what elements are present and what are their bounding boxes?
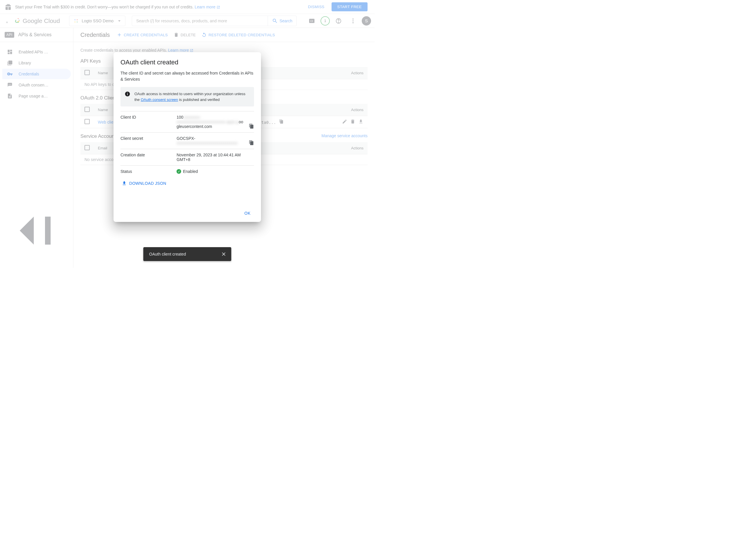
oauth-created-modal: OAuth client created The client ID and s… (114, 52, 261, 222)
close-icon[interactable] (221, 251, 226, 257)
ok-button[interactable]: OK (241, 209, 254, 218)
client-id-label: Client ID (120, 111, 177, 133)
modal-scrim: OAuth client created The client ID and s… (0, 0, 375, 268)
modal-subtitle: The client ID and secret can always be a… (120, 70, 254, 82)
client-id-value: 100xxxxxxxx-xxxxxxxxxxxxxxxxxxxxxxxx.app… (177, 111, 254, 133)
creation-date-label: Creation date (120, 149, 177, 166)
download-json-button[interactable]: DOWNLOAD JSON (120, 177, 168, 188)
info-icon (125, 91, 130, 97)
copy-icon[interactable] (249, 124, 254, 129)
status-value: Enabled (177, 169, 245, 174)
kv-row-client-id: Client ID 100xxxxxxxx-xxxxxxxxxxxxxxxxxx… (120, 111, 254, 133)
snackbar-text: OAuth client created (149, 252, 186, 257)
svg-rect-10 (127, 93, 128, 95)
svg-point-11 (127, 93, 128, 93)
check-icon (177, 169, 181, 174)
info-banner: OAuth access is restricted to users with… (120, 87, 254, 107)
creation-date-value: November 29, 2023 at 10:44:41 AM GMT+8 (177, 149, 254, 166)
modal-title: OAuth client created (120, 59, 254, 66)
snackbar: OAuth client created (143, 247, 231, 261)
status-label: Status (120, 166, 177, 178)
client-secret-label: Client secret (120, 133, 177, 149)
kv-row-status: Status Enabled (120, 166, 254, 178)
client-secret-value: GOCSPX-xxxxxxxxxxxxxxxxxxxxxxxxxxxxxx (177, 133, 254, 149)
kv-row-creation-date: Creation date November 29, 2023 at 10:44… (120, 149, 254, 166)
oauth-consent-link[interactable]: OAuth consent screen (141, 98, 178, 102)
download-icon (122, 181, 127, 186)
copy-icon[interactable] (249, 140, 254, 145)
kv-row-client-secret: Client secret GOCSPX-xxxxxxxxxxxxxxxxxxx… (120, 133, 254, 149)
